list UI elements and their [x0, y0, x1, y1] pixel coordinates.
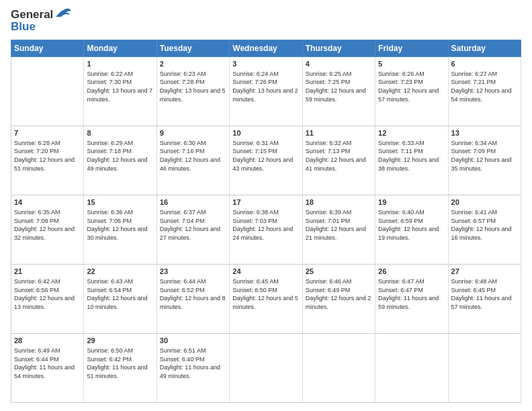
calendar-cell: 16 Sunrise: 6:37 AMSunset: 7:04 PMDaylig…	[157, 195, 229, 264]
day-number: 6	[451, 59, 518, 69]
calendar-table: SundayMondayTuesdayWednesdayThursdayFrid…	[11, 40, 521, 403]
logo-text: General Blue	[11, 8, 72, 34]
day-number: 28	[14, 336, 81, 346]
calendar-cell: 28 Sunrise: 6:49 AMSunset: 6:44 PMDaylig…	[11, 333, 84, 402]
calendar-cell: 1 Sunrise: 6:22 AMSunset: 7:30 PMDayligh…	[84, 56, 157, 126]
day-number: 25	[306, 267, 372, 277]
day-number: 7	[14, 128, 81, 138]
day-number: 1	[87, 59, 153, 69]
weekday-header-wednesday: Wednesday	[230, 40, 302, 56]
day-info: Sunrise: 6:29 AMSunset: 7:18 PMDaylight:…	[87, 140, 147, 172]
day-number: 24	[232, 267, 299, 277]
day-info: Sunrise: 6:42 AMSunset: 6:56 PMDaylight:…	[14, 278, 75, 310]
calendar-cell: 13 Sunrise: 6:34 AMSunset: 7:09 PMDaylig…	[448, 126, 521, 195]
page: General Blue SundayMondayTuesdayWednesda…	[0, 0, 532, 411]
calendar-cell	[375, 333, 448, 402]
day-info: Sunrise: 6:46 AMSunset: 6:49 PMDaylight:…	[306, 278, 371, 310]
day-number: 23	[160, 267, 226, 277]
day-number: 5	[378, 59, 445, 69]
calendar-cell: 4 Sunrise: 6:25 AMSunset: 7:25 PMDayligh…	[302, 56, 375, 126]
day-number: 27	[451, 267, 518, 277]
calendar-cell: 3 Sunrise: 6:24 AMSunset: 7:26 PMDayligh…	[230, 56, 302, 126]
weekday-header-tuesday: Tuesday	[157, 40, 229, 56]
day-info: Sunrise: 6:51 AMSunset: 6:40 PMDaylight:…	[160, 347, 220, 379]
day-info: Sunrise: 6:43 AMSunset: 6:54 PMDaylight:…	[87, 278, 147, 310]
day-number: 20	[451, 197, 518, 208]
day-info: Sunrise: 6:22 AMSunset: 7:30 PMDaylight:…	[87, 71, 152, 103]
day-number: 21	[14, 267, 81, 277]
calendar-cell: 23 Sunrise: 6:44 AMSunset: 6:52 PMDaylig…	[157, 264, 229, 333]
calendar-cell: 22 Sunrise: 6:43 AMSunset: 6:54 PMDaylig…	[84, 264, 157, 333]
day-info: Sunrise: 6:26 AMSunset: 7:23 PMDaylight:…	[378, 71, 439, 103]
day-info: Sunrise: 6:37 AMSunset: 7:04 PMDaylight:…	[160, 209, 220, 241]
weekday-header-saturday: Saturday	[448, 40, 521, 56]
day-info: Sunrise: 6:40 AMSunset: 6:59 PMDaylight:…	[378, 209, 439, 241]
calendar-cell: 29 Sunrise: 6:50 AMSunset: 6:42 PMDaylig…	[84, 333, 157, 402]
calendar-cell: 2 Sunrise: 6:23 AMSunset: 7:28 PMDayligh…	[157, 56, 229, 126]
day-info: Sunrise: 6:48 AMSunset: 6:45 PMDaylight:…	[451, 278, 512, 310]
calendar-cell: 11 Sunrise: 6:32 AMSunset: 7:13 PMDaylig…	[302, 126, 375, 195]
day-info: Sunrise: 6:34 AMSunset: 7:09 PMDaylight:…	[451, 140, 512, 172]
day-number: 12	[378, 128, 445, 138]
day-number: 3	[232, 59, 299, 69]
day-info: Sunrise: 6:25 AMSunset: 7:25 PMDaylight:…	[306, 71, 366, 103]
logo-general: General	[11, 8, 53, 21]
calendar-cell: 24 Sunrise: 6:45 AMSunset: 6:50 PMDaylig…	[230, 264, 302, 333]
calendar-cell: 26 Sunrise: 6:47 AMSunset: 6:47 PMDaylig…	[375, 264, 448, 333]
calendar-cell: 30 Sunrise: 6:51 AMSunset: 6:40 PMDaylig…	[157, 333, 229, 402]
day-info: Sunrise: 6:31 AMSunset: 7:15 PMDaylight:…	[232, 140, 293, 172]
calendar-cell: 14 Sunrise: 6:35 AMSunset: 7:08 PMDaylig…	[11, 195, 84, 264]
calendar-cell	[11, 56, 84, 126]
calendar-week-0: 1 Sunrise: 6:22 AMSunset: 7:30 PMDayligh…	[11, 56, 521, 126]
calendar-cell: 20 Sunrise: 6:41 AMSunset: 6:57 PMDaylig…	[448, 195, 521, 264]
calendar-cell: 21 Sunrise: 6:42 AMSunset: 6:56 PMDaylig…	[11, 264, 84, 333]
calendar-cell: 17 Sunrise: 6:38 AMSunset: 7:03 PMDaylig…	[230, 195, 302, 264]
calendar-cell: 10 Sunrise: 6:31 AMSunset: 7:15 PMDaylig…	[230, 126, 302, 195]
day-number: 26	[378, 267, 445, 277]
day-number: 13	[451, 128, 518, 138]
day-info: Sunrise: 6:24 AMSunset: 7:26 PMDaylight:…	[232, 71, 298, 103]
calendar-week-2: 14 Sunrise: 6:35 AMSunset: 7:08 PMDaylig…	[11, 195, 521, 264]
day-info: Sunrise: 6:35 AMSunset: 7:08 PMDaylight:…	[14, 209, 75, 241]
day-number: 19	[378, 197, 445, 208]
calendar-week-4: 28 Sunrise: 6:49 AMSunset: 6:44 PMDaylig…	[11, 333, 521, 402]
day-info: Sunrise: 6:47 AMSunset: 6:47 PMDaylight:…	[378, 278, 439, 310]
day-number: 22	[87, 267, 153, 277]
calendar-cell: 15 Sunrise: 6:36 AMSunset: 7:06 PMDaylig…	[84, 195, 157, 264]
day-number: 18	[306, 197, 372, 208]
header: General Blue	[11, 8, 521, 34]
day-info: Sunrise: 6:41 AMSunset: 6:57 PMDaylight:…	[451, 209, 512, 241]
day-info: Sunrise: 6:44 AMSunset: 6:52 PMDaylight:…	[160, 278, 226, 310]
logo-blue: Blue	[11, 20, 72, 34]
day-number: 29	[87, 336, 153, 346]
day-info: Sunrise: 6:36 AMSunset: 7:06 PMDaylight:…	[87, 209, 147, 241]
day-info: Sunrise: 6:49 AMSunset: 6:44 PMDaylight:…	[14, 347, 75, 379]
weekday-header-monday: Monday	[84, 40, 157, 56]
day-number: 2	[160, 59, 226, 69]
weekday-header-friday: Friday	[375, 40, 448, 56]
day-info: Sunrise: 6:32 AMSunset: 7:13 PMDaylight:…	[306, 140, 366, 172]
logo-bird-icon	[54, 7, 72, 19]
day-info: Sunrise: 6:38 AMSunset: 7:03 PMDaylight:…	[232, 209, 293, 241]
day-info: Sunrise: 6:39 AMSunset: 7:01 PMDaylight:…	[306, 209, 366, 241]
day-number: 30	[160, 336, 226, 346]
day-info: Sunrise: 6:45 AMSunset: 6:50 PMDaylight:…	[232, 278, 298, 310]
day-info: Sunrise: 6:30 AMSunset: 7:16 PMDaylight:…	[160, 140, 220, 172]
day-info: Sunrise: 6:50 AMSunset: 6:42 PMDaylight:…	[87, 347, 147, 379]
logo: General Blue	[11, 8, 72, 34]
weekday-header-thursday: Thursday	[302, 40, 375, 56]
calendar-cell: 27 Sunrise: 6:48 AMSunset: 6:45 PMDaylig…	[448, 264, 521, 333]
calendar-cell: 7 Sunrise: 6:28 AMSunset: 7:20 PMDayligh…	[11, 126, 84, 195]
day-info: Sunrise: 6:33 AMSunset: 7:11 PMDaylight:…	[378, 140, 439, 172]
calendar-cell: 8 Sunrise: 6:29 AMSunset: 7:18 PMDayligh…	[84, 126, 157, 195]
calendar-cell: 18 Sunrise: 6:39 AMSunset: 7:01 PMDaylig…	[302, 195, 375, 264]
day-number: 10	[232, 128, 299, 138]
day-info: Sunrise: 6:28 AMSunset: 7:20 PMDaylight:…	[14, 140, 75, 172]
day-number: 15	[87, 197, 153, 208]
day-number: 4	[306, 59, 372, 69]
calendar-cell: 12 Sunrise: 6:33 AMSunset: 7:11 PMDaylig…	[375, 126, 448, 195]
day-info: Sunrise: 6:27 AMSunset: 7:21 PMDaylight:…	[451, 71, 512, 103]
calendar-cell: 19 Sunrise: 6:40 AMSunset: 6:59 PMDaylig…	[375, 195, 448, 264]
day-number: 16	[160, 197, 226, 208]
day-number: 9	[160, 128, 226, 138]
